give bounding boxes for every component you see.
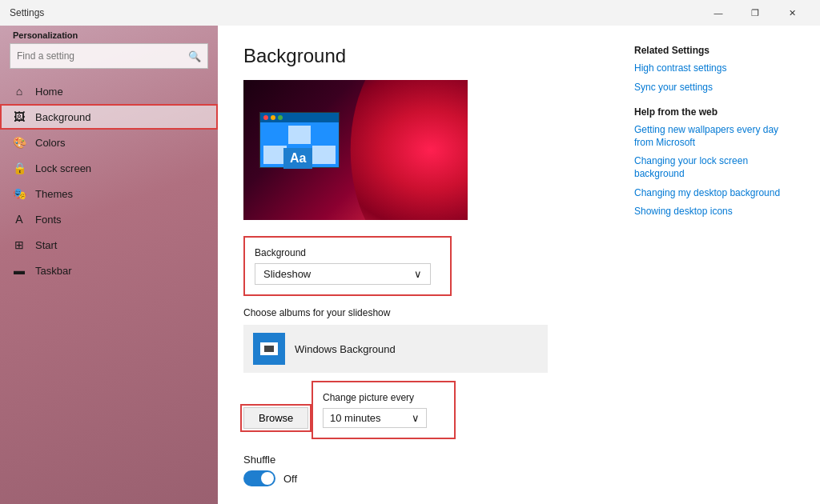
sidebar-item-label-lock-screen: Lock screen [35, 162, 91, 174]
search-box[interactable]: 🔍 [10, 43, 208, 69]
search-icon: 🔍 [188, 50, 201, 62]
related-link-sync[interactable]: Sync your settings [634, 82, 794, 94]
preview-aa-label: Aa [283, 148, 312, 169]
sidebar-item-home[interactable]: ⌂ Home [0, 78, 218, 104]
app-title: Settings [10, 7, 44, 18]
content-area: Background [243, 45, 615, 485]
background-dropdown-value: Slideshow [263, 268, 311, 280]
album-name: Windows Background [295, 343, 396, 355]
sidebar-item-label-start: Start [35, 239, 57, 251]
interval-value: 10 minutes [330, 412, 381, 424]
album-icon-inner [260, 342, 278, 355]
chevron-down-icon: ∨ [414, 268, 422, 280]
sidebar: Personalization 🔍 ⌂ Home 🖼 Background 🎨 … [0, 26, 218, 504]
close-button[interactable]: ✕ [774, 0, 810, 26]
album-item[interactable]: Windows Background [243, 325, 548, 373]
sidebar-item-background[interactable]: 🖼 Background [0, 104, 218, 130]
background-section-box: Background Slideshow ∨ [243, 236, 452, 296]
taskbar-icon: ▬ [13, 264, 26, 277]
search-input[interactable] [17, 50, 188, 62]
sidebar-item-label-colors: Colors [35, 137, 66, 149]
minimize-button[interactable]: — [700, 0, 737, 26]
preview-tile [288, 126, 312, 144]
change-picture-label: Change picture every [323, 392, 444, 403]
preview-window-title [260, 113, 339, 122]
sidebar-item-colors[interactable]: 🎨 Colors [0, 130, 218, 155]
shuffle-section: Shuffle Off [243, 454, 615, 486]
change-picture-section-box: Change picture every 10 minutes ∨ [312, 381, 456, 439]
interval-chevron-icon: ∨ [412, 412, 420, 424]
albums-section-label: Choose albums for your slideshow [243, 307, 615, 318]
page-title: Background [243, 45, 615, 67]
help-link-wallpapers[interactable]: Getting new wallpapers every day from Mi… [634, 124, 794, 149]
sidebar-item-themes[interactable]: 🎭 Themes [0, 181, 218, 206]
background-preview: Aa [243, 80, 468, 220]
browse-button[interactable]: Browse [243, 407, 308, 429]
help-link-desktop-bg[interactable]: Changing my desktop background [634, 187, 794, 200]
preview-tile [263, 126, 287, 144]
preview-desktop: Aa [259, 112, 356, 168]
sidebar-item-fonts[interactable]: A Fonts [0, 206, 218, 232]
interval-dropdown[interactable]: 10 minutes ∨ [323, 408, 427, 428]
toggle-state-label: Off [283, 473, 297, 485]
related-link-high-contrast[interactable]: High contrast settings [634, 62, 794, 75]
related-settings-title: Related Settings [634, 45, 794, 56]
titlebar: Settings — ❐ ✕ [0, 0, 820, 26]
shuffle-toggle[interactable] [243, 470, 275, 486]
sidebar-item-lock-screen[interactable]: 🔒 Lock screen [0, 155, 218, 181]
preview-tile [312, 146, 336, 164]
sidebar-item-label-home: Home [35, 86, 63, 98]
background-icon: 🖼 [13, 110, 26, 123]
background-section-label: Background [255, 247, 440, 258]
themes-icon: 🎭 [13, 187, 26, 200]
main-content: Background [218, 26, 820, 504]
sidebar-item-taskbar[interactable]: ▬ Taskbar [0, 258, 218, 283]
toggle-row: Off [243, 470, 615, 486]
sidebar-item-start[interactable]: ⊞ Start [0, 232, 218, 258]
start-icon: ⊞ [13, 238, 26, 251]
shuffle-label: Shuffle [243, 454, 615, 466]
sidebar-item-label-themes: Themes [35, 188, 73, 200]
window-controls: — ❐ ✕ [700, 0, 810, 26]
preview-tile [312, 126, 336, 144]
sidebar-item-label-background: Background [35, 111, 90, 123]
help-link-desktop-icons[interactable]: Showing desktop icons [634, 206, 794, 218]
toggle-knob [261, 472, 274, 485]
sidebar-section-label: Personalization [0, 26, 218, 43]
maximize-button[interactable]: ❐ [737, 0, 774, 26]
help-link-lock-screen[interactable]: Changing your lock screen background [634, 155, 794, 180]
help-title: Help from the web [634, 106, 794, 118]
background-dropdown[interactable]: Slideshow ∨ [255, 263, 431, 285]
preview-shape [344, 80, 468, 220]
lock-icon: 🔒 [13, 162, 26, 174]
fonts-icon: A [13, 213, 26, 226]
home-icon: ⌂ [13, 85, 26, 98]
app-body: Personalization 🔍 ⌂ Home 🖼 Background 🎨 … [0, 26, 820, 504]
album-icon [253, 333, 285, 365]
sidebar-item-label-taskbar: Taskbar [35, 265, 72, 277]
right-panel: Related Settings High contrast settings … [634, 45, 794, 485]
colors-icon: 🎨 [13, 136, 26, 149]
sidebar-item-label-fonts: Fonts [35, 214, 62, 226]
